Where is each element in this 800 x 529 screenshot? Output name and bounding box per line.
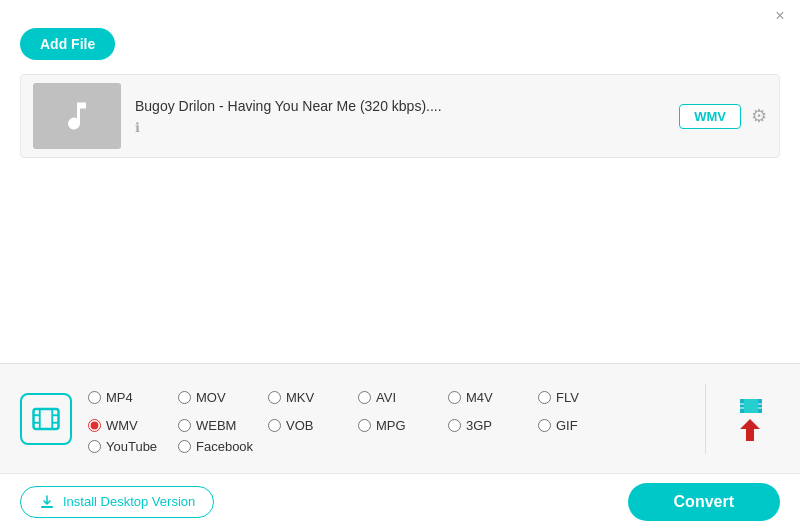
format-badge[interactable]: WMV — [679, 104, 741, 129]
svg-rect-0 — [34, 409, 59, 429]
format-section: MP4 MOV MKV AVI M4V FLV WMV WEBM — [0, 363, 800, 473]
format-option-mp4[interactable]: MP4 — [88, 390, 178, 405]
install-desktop-button[interactable]: Install Desktop Version — [20, 486, 214, 518]
radio-wmv[interactable] — [88, 419, 101, 432]
radio-flv[interactable] — [538, 391, 551, 404]
radio-gif[interactable] — [538, 419, 551, 432]
radio-avi[interactable] — [358, 391, 371, 404]
label-facebook: Facebook — [196, 439, 253, 454]
radio-vob[interactable] — [268, 419, 281, 432]
file-name: Bugoy Drilon - Having You Near Me (320 k… — [135, 98, 679, 114]
format-option-vob[interactable]: VOB — [268, 418, 358, 433]
svg-rect-9 — [758, 399, 762, 413]
music-icon — [59, 98, 95, 134]
install-label: Install Desktop Version — [63, 494, 195, 509]
convert-button[interactable]: Convert — [628, 483, 780, 521]
format-option-youtube[interactable]: YouTube — [88, 439, 178, 454]
svg-marker-14 — [740, 419, 760, 441]
divider-vertical — [705, 384, 706, 454]
svg-rect-15 — [41, 506, 53, 508]
download-arrow-icon — [730, 397, 770, 441]
action-bar: Install Desktop Version Convert — [0, 473, 800, 529]
format-option-mov[interactable]: MOV — [178, 390, 268, 405]
title-bar: × — [0, 0, 800, 28]
radio-facebook[interactable] — [178, 440, 191, 453]
radio-youtube[interactable] — [88, 440, 101, 453]
label-youtube: YouTube — [106, 439, 157, 454]
file-item: Bugoy Drilon - Having You Near Me (320 k… — [20, 74, 780, 158]
radio-mpg[interactable] — [358, 419, 371, 432]
label-gif: GIF — [556, 418, 578, 433]
radio-mp4[interactable] — [88, 391, 101, 404]
label-3gp: 3GP — [466, 418, 492, 433]
format-option-m4v[interactable]: M4V — [448, 390, 538, 405]
main-content: Add File Bugoy Drilon - Having You Near … — [0, 28, 800, 158]
label-mov: MOV — [196, 390, 226, 405]
close-button[interactable]: × — [770, 6, 790, 26]
radio-m4v[interactable] — [448, 391, 461, 404]
label-vob: VOB — [286, 418, 313, 433]
format-option-mkv[interactable]: MKV — [268, 390, 358, 405]
format-option-webm[interactable]: WEBM — [178, 418, 268, 433]
format-option-avi[interactable]: AVI — [358, 390, 448, 405]
download-icon — [39, 494, 55, 510]
format-options: MP4 MOV MKV AVI M4V FLV WMV WEBM — [88, 383, 691, 454]
right-icon-area — [720, 397, 780, 441]
film-icon — [31, 404, 61, 434]
label-webm: WEBM — [196, 418, 236, 433]
label-mpg: MPG — [376, 418, 406, 433]
info-icon[interactable]: ℹ — [135, 120, 140, 135]
radio-webm[interactable] — [178, 419, 191, 432]
label-mkv: MKV — [286, 390, 314, 405]
label-m4v: M4V — [466, 390, 493, 405]
file-info: Bugoy Drilon - Having You Near Me (320 k… — [135, 98, 679, 135]
radio-mkv[interactable] — [268, 391, 281, 404]
file-actions: WMV ⚙ — [679, 104, 767, 129]
format-option-gif[interactable]: GIF — [538, 418, 628, 433]
label-avi: AVI — [376, 390, 396, 405]
label-flv: FLV — [556, 390, 579, 405]
format-option-3gp[interactable]: 3GP — [448, 418, 538, 433]
format-option-flv[interactable]: FLV — [538, 390, 628, 405]
settings-icon[interactable]: ⚙ — [751, 105, 767, 127]
radio-mov[interactable] — [178, 391, 191, 404]
format-option-mpg[interactable]: MPG — [358, 418, 448, 433]
svg-rect-8 — [740, 399, 744, 413]
format-icon-container — [20, 393, 72, 445]
file-thumbnail — [33, 83, 121, 149]
format-option-wmv[interactable]: WMV — [88, 418, 178, 433]
format-option-facebook[interactable]: Facebook — [178, 439, 268, 454]
radio-3gp[interactable] — [448, 419, 461, 432]
label-wmv: WMV — [106, 418, 138, 433]
add-file-button[interactable]: Add File — [20, 28, 115, 60]
label-mp4: MP4 — [106, 390, 133, 405]
